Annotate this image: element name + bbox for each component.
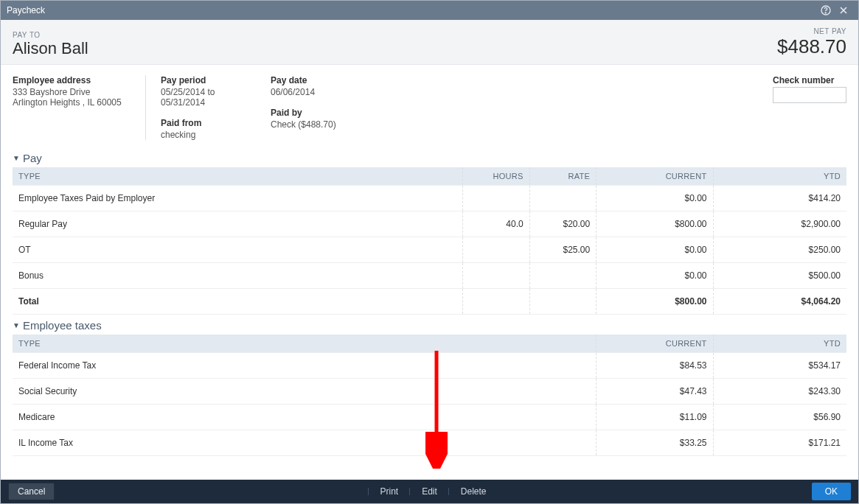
col-current: CURRENT	[597, 167, 713, 186]
col-hours: HOURS	[463, 167, 529, 186]
employee-address-line2: Arlington Heights , IL 60005	[13, 97, 123, 108]
employee-address-label: Employee address	[13, 75, 123, 85]
col-current: CURRENT	[597, 335, 713, 353]
footer-bar: Cancel Print Edit Delete OK	[1, 480, 858, 503]
pay-date-block: Pay date 06/06/2014 Paid by Check ($488.…	[271, 75, 389, 130]
payto-block: PAY TO Alison Ball	[13, 31, 88, 58]
info-row: Employee address 333 Bayshore Drive Arli…	[1, 65, 858, 147]
check-number-label: Check number	[773, 75, 846, 85]
table-row: Medicare $11.09 $56.90	[13, 405, 846, 430]
pay-section-title: Pay	[23, 152, 42, 164]
check-number-input[interactable]	[773, 87, 846, 103]
table-row: Federal Income Tax $84.53 $534.17	[13, 353, 846, 379]
window-title: Paycheck	[7, 5, 817, 15]
col-ytd: YTD	[713, 335, 846, 353]
paid-by-value: Check ($488.70)	[271, 119, 366, 130]
pay-section: ▼ Pay TYPE HOURS RATE CURRENT YTD	[1, 147, 858, 315]
pay-period-value: 05/25/2014 to 05/31/2014	[161, 87, 248, 108]
delete-link[interactable]: Delete	[449, 486, 498, 497]
pay-period-label: Pay period	[161, 75, 248, 85]
netpay-block: NET PAY $488.70	[777, 27, 846, 58]
col-rate: RATE	[529, 167, 596, 186]
netpay-amount: $488.70	[777, 35, 846, 58]
cancel-button[interactable]: Cancel	[8, 483, 55, 500]
footer-center-actions: Print Edit Delete	[55, 486, 811, 497]
table-row: Social Security $47.43 $243.30	[13, 379, 846, 405]
employee-taxes-header[interactable]: ▼ Employee taxes	[13, 319, 846, 332]
employee-taxes-section: ▼ Employee taxes TYPE CURRENT YTD Federa…	[1, 315, 858, 456]
pay-date-label: Pay date	[271, 75, 366, 85]
pay-period-block: Pay period 05/25/2014 to 05/31/2014 Paid…	[145, 75, 271, 140]
col-type: TYPE	[13, 335, 597, 353]
paid-from-value: checking	[161, 130, 248, 140]
employee-address-block: Employee address 333 Bayshore Drive Arli…	[13, 75, 145, 108]
svg-point-1	[825, 13, 826, 13]
payto-label: PAY TO	[13, 31, 88, 39]
col-ytd: YTD	[713, 167, 846, 186]
table-row: Bonus $0.00 $500.00	[13, 263, 846, 289]
paid-from-label: Paid from	[161, 118, 248, 128]
employee-address-line1: 333 Bayshore Drive	[13, 87, 123, 97]
content-scroll[interactable]: PAY TO Alison Ball NET PAY $488.70 Emplo…	[1, 20, 858, 480]
ok-button[interactable]: OK	[812, 483, 851, 500]
pay-table: TYPE HOURS RATE CURRENT YTD Employee Tax…	[13, 167, 846, 315]
employee-taxes-table: TYPE CURRENT YTD Federal Income Tax $84.…	[13, 335, 846, 456]
table-row: IL Income Tax $33.25 $171.21	[13, 430, 846, 456]
paid-by-label: Paid by	[271, 108, 366, 118]
pay-date-value: 06/06/2014	[271, 87, 366, 97]
check-number-block: Check number	[773, 75, 846, 103]
paycheck-window: Paycheck PAY TO Alison Ball NET PAY $488…	[0, 0, 859, 504]
close-icon[interactable]	[835, 1, 852, 19]
total-row: Total $800.00 $4,064.20	[13, 289, 846, 315]
caret-down-icon: ▼	[13, 154, 20, 162]
header-band: PAY TO Alison Ball NET PAY $488.70	[1, 20, 858, 65]
table-row: Employee Taxes Paid by Employer $0.00 $4…	[13, 186, 846, 211]
netpay-label: NET PAY	[777, 27, 846, 35]
help-icon[interactable]	[817, 1, 835, 19]
pay-section-header[interactable]: ▼ Pay	[13, 152, 846, 164]
payto-name: Alison Ball	[13, 39, 88, 58]
col-type: TYPE	[13, 167, 463, 186]
table-row: Regular Pay 40.0 $20.00 $800.00 $2,900.0…	[13, 211, 846, 237]
titlebar: Paycheck	[1, 1, 858, 20]
print-link[interactable]: Print	[368, 486, 410, 497]
table-row: OT $25.00 $0.00 $250.00	[13, 237, 846, 263]
caret-down-icon: ▼	[13, 321, 20, 329]
edit-link[interactable]: Edit	[410, 486, 449, 497]
employee-taxes-title: Employee taxes	[23, 319, 102, 332]
